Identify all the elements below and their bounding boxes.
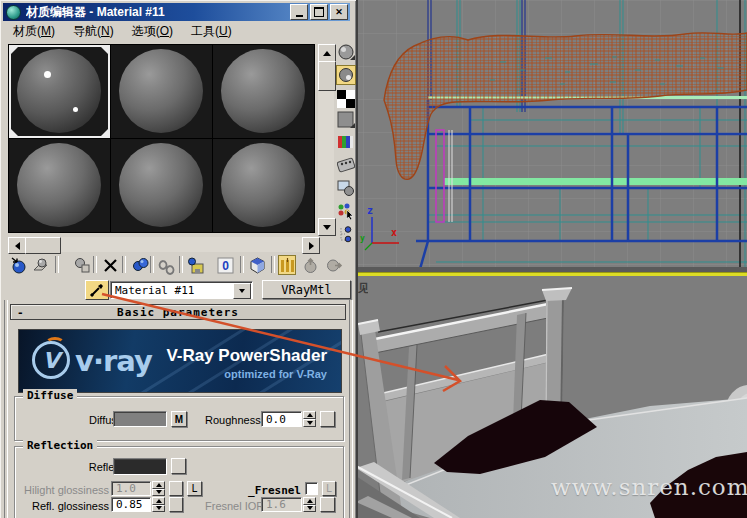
select-by-material-button[interactable] [336,201,356,221]
refl-map-button[interactable] [169,497,183,512]
go-forward-to-sibling-button[interactable] [324,255,344,275]
hilight-glossiness-label: Hilight glossiness [17,484,109,496]
sample-slot[interactable] [213,139,314,232]
material-sphere [17,143,101,227]
show-end-result-button[interactable] [278,255,296,275]
fresnel-ior-spinner[interactable] [303,497,316,512]
make-material-copy-button[interactable] [130,255,150,275]
menu-navigation[interactable]: 导航(N) [73,23,114,40]
scroll-left-button[interactable] [8,237,26,254]
window-title: 材质编辑器 - Material #11 [26,4,290,21]
pick-material-from-object-button[interactable] [85,280,109,300]
hilight-glossiness-spinner[interactable] [152,481,165,496]
sample-uv-tiling-button[interactable] [336,110,356,130]
material-sphere [17,49,101,133]
toolbar-separator [240,256,244,273]
reset-material-button[interactable] [100,255,120,275]
material-sphere [119,143,203,227]
reflect-map-button[interactable] [171,458,186,474]
put-to-library-button[interactable] [185,255,205,275]
toolbar-separator [179,256,183,273]
vray-logo-text: v·ray [75,344,152,378]
reflect-color-swatch[interactable] [113,458,167,475]
backlight-button[interactable] [336,65,356,85]
make-unique-button[interactable] [156,255,176,275]
roughness-spinner[interactable] [303,411,316,427]
svg-text:x: x [391,227,397,238]
toolbar-separator [271,256,275,273]
material-editor-window: 材质编辑器 - Material #11 ✕ 材质(M) 导航(N) 选项(O)… [0,0,358,518]
banner-title: V-Ray PowerShader [166,346,327,366]
title-bar[interactable]: 材质编辑器 - Material #11 ✕ [3,3,350,21]
video-color-check-button[interactable] [336,132,356,152]
cursor-icon [347,210,354,220]
fresnel-ior-field[interactable]: 1.6 [261,497,302,512]
close-button[interactable]: ✕ [330,4,348,20]
hilight-glossiness-field[interactable]: 1.0 [111,481,151,496]
sample-slot[interactable] [9,139,110,232]
diffuse-group: Diffuse Diffuse M Roughness 0.0 [14,396,344,441]
minimize-button[interactable] [290,4,308,20]
refl-glossiness-field[interactable]: 0.85 [111,497,151,512]
scroll-right-button[interactable] [302,237,320,254]
rollout-title: Basic parameters [37,306,319,319]
show-map-in-viewport-button[interactable] [247,255,267,275]
go-to-parent-button[interactable] [300,255,320,275]
svg-text:y: y [360,234,365,243]
panel-groove [4,300,8,518]
dropdown-arrow-button[interactable] [233,283,251,299]
roughness-field[interactable]: 0.0 [261,411,302,427]
diffuse-map-button[interactable]: M [171,411,187,427]
banner-subtitle: optimized for V-Ray [224,368,327,380]
sample-slot[interactable] [213,45,314,138]
get-material-button[interactable] [8,255,28,275]
fresnel-checkbox[interactable] [305,482,318,495]
vray-banner: V v·ray V-Ray PowerShader optimized for … [18,329,342,393]
svg-text:z: z [367,205,373,216]
roughness-label: Roughness [205,414,258,426]
material-map-navigator-button[interactable] [336,225,356,245]
specular-highlight [73,107,78,112]
viewport-wireframe[interactable]: z x y [356,0,747,267]
make-preview-button[interactable] [336,155,356,175]
refl-glossiness-spinner[interactable] [152,497,165,512]
viewport-perspective[interactable]: 见 www.snren.com [356,276,747,518]
material-sphere [221,143,305,227]
material-id-channel-button[interactable]: 0 [215,255,235,275]
options-button[interactable] [336,178,356,198]
horizontal-scroll-thumb[interactable] [25,237,61,254]
sample-slot[interactable] [111,45,212,138]
vertical-scroll-thumb[interactable] [318,61,336,91]
menu-options[interactable]: 选项(O) [132,23,173,40]
window-icon [6,5,21,20]
selection-corner [9,127,20,138]
sample-slot[interactable] [111,139,212,232]
scroll-down-button[interactable] [318,218,336,236]
material-name-dropdown[interactable]: Material #11 [110,281,253,299]
material-type-button[interactable]: VRayMtl [262,280,351,299]
background-button[interactable] [336,89,356,109]
toolbar-separator [150,256,154,273]
rollout-basic-parameters[interactable]: - Basic parameters [10,304,346,320]
sample-type-button[interactable] [336,42,356,62]
menu-utilities[interactable]: 工具(U) [191,23,232,40]
scroll-up-button[interactable] [318,44,336,62]
chevron-down-icon [239,289,245,293]
put-material-to-scene-button[interactable] [30,255,50,275]
sample-slot-selected[interactable] [9,45,110,138]
right-arrow-icon [309,242,314,250]
hilight-map-button[interactable] [169,481,183,496]
maximize-button[interactable] [310,4,328,20]
selection-corner [99,45,110,56]
fresnel-ior-label: Fresnel IOR [205,500,258,512]
material-sphere [119,49,203,133]
sample-slot-grid [8,44,315,233]
maximize-icon [314,7,324,17]
roughness-map-button[interactable] [320,411,335,427]
hilight-lock-button[interactable]: L [187,481,202,496]
diffuse-color-swatch[interactable] [113,411,167,427]
menu-material[interactable]: 材质(M) [13,23,55,40]
assign-material-to-selection-button[interactable] [72,255,92,275]
fresnel-ior-map-button[interactable] [320,497,335,512]
fresnel-lock-button[interactable]: L [322,481,336,496]
